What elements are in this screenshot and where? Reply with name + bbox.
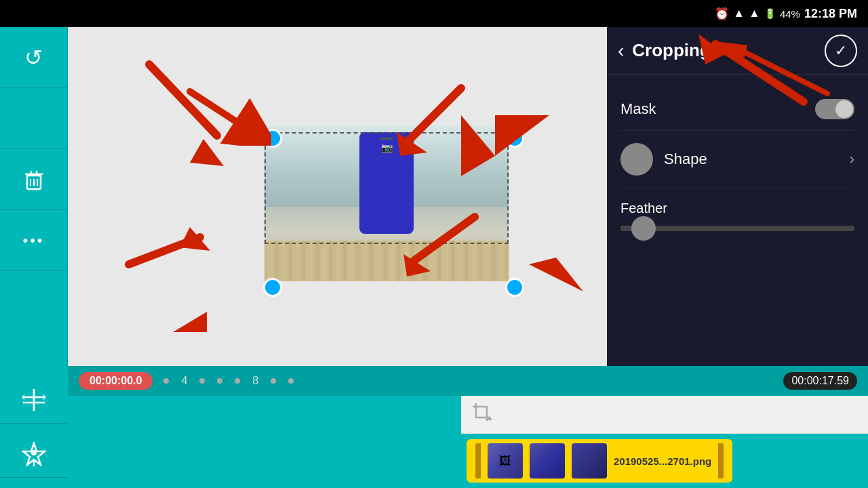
- left-toolbar: ↺ •••: [0, 27, 68, 366]
- bottom-section: 00:00:00.0 4 8 00:00:17.59: [0, 366, 868, 488]
- clip-thumb-image-3: [572, 443, 607, 479]
- undo-button[interactable]: ↺: [0, 27, 68, 88]
- battery-percent: 44%: [780, 8, 800, 20]
- clip-header-icon: [471, 401, 492, 428]
- feather-label: Feather: [620, 201, 854, 216]
- svg-line-8: [190, 92, 258, 136]
- timeline-right: 🖼 20190525...2701.png: [461, 396, 868, 488]
- dot-3: [217, 378, 222, 384]
- shape-label: Shape: [664, 150, 850, 168]
- status-bar: ⏰ ▲ ▲ 🔋 44% 12:18 PM: [0, 0, 868, 27]
- panel-header: ‹ Cropping ✓: [607, 27, 868, 75]
- panel-title: Cropping: [632, 40, 825, 61]
- clip-thumb-image-1: 🖼: [488, 443, 523, 479]
- blank-button: [0, 88, 68, 149]
- desk-surface: [264, 241, 509, 281]
- confirm-button[interactable]: ✓: [825, 35, 857, 67]
- mask-row: Mask: [620, 88, 854, 131]
- signal2-icon: ▲: [749, 7, 760, 20]
- end-time-badge: 00:00:17.59: [783, 372, 857, 390]
- split-icon: [22, 388, 46, 412]
- dot-4: [235, 378, 240, 384]
- mask-label: Mask: [620, 100, 656, 118]
- svg-marker-20: [43, 394, 46, 400]
- feather-slider[interactable]: [620, 226, 854, 231]
- time-display: 12:18 PM: [804, 7, 857, 21]
- svg-rect-25: [476, 407, 487, 418]
- timeline-dots: 4 8: [163, 375, 772, 387]
- top-section: ↺ •••: [0, 27, 868, 366]
- signal-icon: ▲: [733, 7, 745, 20]
- dot-2: [199, 378, 205, 384]
- pin-button[interactable]: [0, 430, 68, 478]
- pin-icon: [22, 442, 46, 466]
- main-layout: ↺ •••: [0, 27, 868, 488]
- svg-marker-13: [173, 278, 261, 332]
- current-time-badge: 00:00:00.0: [79, 372, 153, 390]
- dot-6: [288, 378, 294, 384]
- right-panel: ‹ Cropping ✓ Mask: [607, 27, 868, 366]
- clip-thumb-image-2: [530, 443, 565, 479]
- chevron-right-icon: ›: [850, 150, 854, 168]
- dot-5: [271, 378, 276, 384]
- arrow-bottomleft: [173, 278, 261, 332]
- delete-button[interactable]: [0, 149, 68, 210]
- dot-1: [163, 378, 169, 384]
- toggle-thumb: [835, 100, 853, 118]
- battery-icon: 🔋: [764, 8, 776, 19]
- panel-content: Mask Shape › Feather: [607, 75, 868, 366]
- crop-handle-tl[interactable]: [263, 129, 282, 148]
- crop-selection: [264, 132, 509, 244]
- back-button[interactable]: ‹: [618, 40, 624, 62]
- clip-area-top: [461, 396, 868, 434]
- crop-handle-bl[interactable]: [263, 278, 282, 297]
- mask-toggle[interactable]: [815, 99, 854, 119]
- svg-point-23: [31, 450, 37, 455]
- timeline-left-empty: [68, 396, 461, 488]
- marker-4: 4: [181, 375, 187, 387]
- status-icons: ⏰ ▲ ▲ 🔋 44% 12:18 PM: [715, 7, 857, 21]
- shape-row[interactable]: Shape ›: [620, 131, 854, 188]
- split-button[interactable]: [0, 376, 68, 424]
- timeline-header: 00:00:00.0 4 8 00:00:17.59: [68, 366, 868, 396]
- clip-thumbnail[interactable]: 🖼 20190525...2701.png: [467, 439, 732, 483]
- more-button[interactable]: •••: [0, 210, 68, 271]
- timeline-area: 00:00:00.0 4 8 00:00:17.59: [68, 366, 868, 488]
- shape-preview: [620, 143, 653, 176]
- marker-8: 8: [252, 375, 258, 387]
- alarm-icon: ⏰: [715, 7, 729, 21]
- crop-handle-tr[interactable]: [505, 129, 524, 148]
- delete-icon: [22, 167, 46, 192]
- slider-thumb[interactable]: [631, 216, 656, 241]
- crop-handle-br[interactable]: [505, 278, 524, 297]
- arrow-topleft: [183, 85, 271, 146]
- canvas-area: [68, 27, 607, 366]
- timeline-content: 🖼 20190525...2701.png: [68, 396, 868, 488]
- crop-icon: [471, 401, 492, 423]
- bottom-toolbar: [0, 366, 68, 488]
- feather-section: Feather: [620, 201, 854, 231]
- clip-area-bottom: 🖼 20190525...2701.png: [461, 434, 868, 488]
- clip-filename: 20190525...2701.png: [614, 455, 711, 467]
- svg-marker-19: [22, 394, 24, 400]
